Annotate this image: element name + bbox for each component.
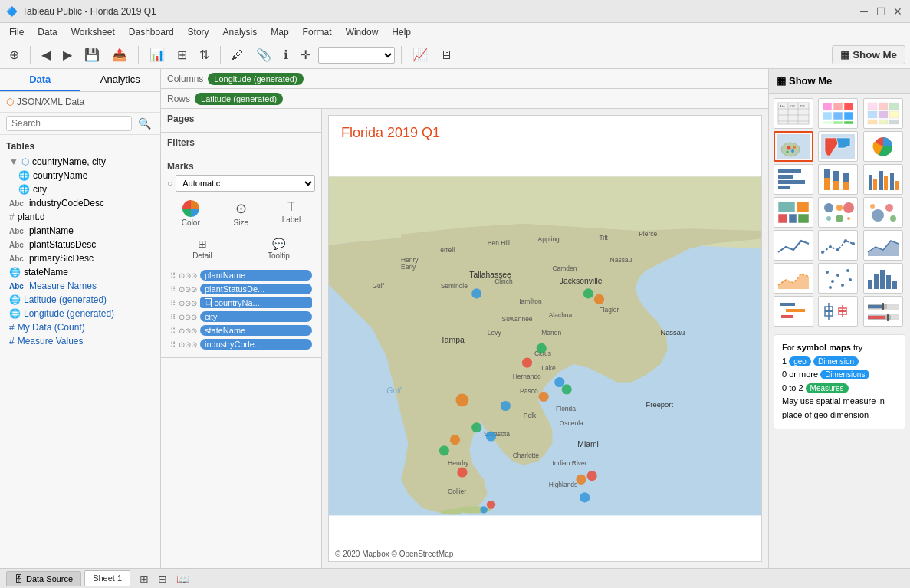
chart-type-btn[interactable]: 📈 — [408, 44, 432, 65]
pointer-button[interactable]: ✛ — [296, 44, 315, 65]
sheet1-tab[interactable]: Sheet 1 — [84, 570, 130, 586]
back-button[interactable]: ◀ — [37, 44, 55, 65]
menu-worksheet[interactable]: Worksheet — [65, 25, 121, 39]
detail-button[interactable]: ⊞ Detail — [189, 234, 216, 264]
chart-bullet[interactable] — [863, 296, 903, 327]
chart-side-bars[interactable] — [863, 164, 903, 195]
forward-button[interactable]: ▶ — [58, 44, 77, 65]
menu-file[interactable]: File — [3, 25, 30, 39]
data-source-tab[interactable]: 🗄 Data Source — [6, 571, 81, 586]
tree-item-measurevalues[interactable]: # Measure Values — [6, 334, 154, 348]
chart-highlight-table[interactable] — [863, 98, 903, 129]
tooltip-button[interactable]: 💬 Tooltip — [264, 234, 294, 264]
size-button[interactable]: ⊙ Size — [229, 196, 251, 231]
tooltip-label: Tooltip — [268, 251, 290, 260]
marks-field-plantname[interactable]: ⠿ ⊙⊙⊙ plantName — [167, 268, 315, 282]
chart-box-whisker[interactable] — [818, 296, 858, 327]
menu-window[interactable]: Window — [340, 25, 385, 39]
chart-histogram[interactable] — [863, 263, 903, 294]
hint-meas-badge: Measures — [806, 383, 849, 393]
rows-pill[interactable]: Latitude (generated) — [195, 93, 283, 105]
tree-item-plantname[interactable]: Abc plantName — [6, 224, 154, 238]
new-story-icon[interactable]: 📖 — [173, 571, 192, 586]
chart-line-disc[interactable] — [818, 230, 858, 261]
keys-2 — [441, 509, 462, 515]
tab-data[interactable]: Data — [0, 69, 80, 91]
chart-horiz-bars[interactable] — [774, 164, 813, 195]
chart-stacked-bars[interactable] — [818, 164, 858, 195]
highlight-button[interactable]: 🖊 — [227, 45, 248, 65]
svg-rect-82 — [892, 281, 897, 289]
svg-rect-55 — [798, 214, 809, 223]
search-input[interactable] — [6, 116, 132, 131]
maximize-button[interactable]: ☐ — [875, 5, 887, 18]
chart-treemap[interactable] — [774, 197, 813, 228]
tree-item-plantd[interactable]: # plant.d — [6, 210, 154, 224]
minimize-button[interactable]: ─ — [858, 5, 870, 18]
tree-item-country-city[interactable]: ▼ ⬡ countryName, city — [6, 155, 154, 169]
point-16 — [439, 445, 449, 455]
show-me-button[interactable]: ▦ Show Me — [832, 45, 905, 64]
nassau-small: Nassau — [610, 256, 632, 264]
marks-field-plantstatus[interactable]: ⠿ ⊙⊙⊙ plantStatusDe... — [167, 282, 315, 296]
chart-text-table[interactable]: Abc 123 456 — [774, 98, 813, 129]
save-button[interactable]: 💾 — [80, 44, 104, 65]
annotate-button[interactable]: 📎 — [251, 44, 276, 65]
tree-item-measurenames[interactable]: Abc Measure Names — [6, 279, 154, 293]
chart-symbol-map[interactable] — [774, 131, 813, 162]
chart-gantt[interactable] — [774, 296, 813, 327]
label-icon: T — [287, 200, 295, 214]
tree-item-city[interactable]: 🌐 city — [6, 182, 154, 196]
tree-item-statename[interactable]: 🌐 stateName — [6, 265, 154, 279]
chart-area-disc[interactable] — [774, 263, 813, 294]
label-button[interactable]: T Label — [278, 196, 304, 231]
marks-field-industry[interactable]: ⠿ ⊙⊙⊙ industryCode... — [167, 337, 315, 351]
tree-item-countryname[interactable]: 🌐 countryName — [6, 169, 154, 182]
tree-item-primarysic[interactable]: Abc primarySicDesc — [6, 251, 154, 265]
menu-help[interactable]: Help — [386, 25, 417, 39]
marks-field-country[interactable]: ⠿ ⊙⊙⊙ □ countryNa... — [167, 296, 315, 310]
close-button[interactable]: ✕ — [892, 5, 904, 18]
chart-bubble[interactable] — [863, 197, 903, 228]
chart-filled-map[interactable] — [818, 131, 858, 162]
tooltip-button[interactable]: ℹ — [279, 44, 293, 65]
menu-dashboard[interactable]: Dashboard — [123, 25, 180, 39]
show-me-label: Show Me — [853, 49, 897, 61]
chart-circle-view[interactable] — [818, 197, 858, 228]
color-button[interactable]: Color — [178, 196, 204, 231]
filters-section: Filters — [161, 133, 321, 156]
marks-type-dropdown[interactable]: Automatic Bar Line Circle Square Shape T… — [176, 175, 315, 192]
present-button[interactable]: 🖥 — [435, 45, 457, 65]
hint-dim-badge: Dimension — [813, 356, 859, 366]
tab-analytics[interactable]: Analytics — [80, 69, 161, 91]
savepub-button[interactable]: 📤 — [107, 44, 132, 65]
chart-line-cont[interactable] — [774, 230, 813, 261]
chart-pie[interactable] — [863, 131, 903, 162]
marks-field-statename[interactable]: ⠿ ⊙⊙⊙ stateName — [167, 324, 315, 337]
tree-item-latitude[interactable]: 🌐 Latitude (generated) — [6, 293, 154, 307]
marks-field-city[interactable]: ⠿ ⊙⊙⊙ city — [167, 310, 315, 324]
chart-scatter[interactable] — [818, 263, 858, 294]
svg-point-68 — [836, 248, 839, 251]
new-button[interactable]: ⊕ — [5, 44, 24, 65]
sort-button[interactable]: ⇅ — [195, 44, 214, 65]
chart-area-cont[interactable] — [863, 230, 903, 261]
menu-data[interactable]: Data — [31, 25, 63, 39]
view-dropdown[interactable] — [318, 47, 395, 64]
map-svg: Gulf Tallahassee Jacksonville Tampa Miam… — [329, 146, 761, 546]
menu-story[interactable]: Story — [182, 25, 215, 39]
tree-item-plantstatus[interactable]: Abc plantStatusDesc — [6, 238, 154, 251]
new-sheet-icon[interactable]: ⊞ — [136, 571, 152, 586]
show-hide-cards[interactable]: 📊 — [145, 44, 169, 65]
flagler-label: Flagler — [600, 306, 619, 314]
fit-button[interactable]: ⊞ — [172, 44, 192, 65]
new-dashboard-icon[interactable]: ⊟ — [155, 571, 170, 586]
menu-format[interactable]: Format — [297, 25, 338, 39]
tree-item-longitude[interactable]: 🌐 Longitude (generated) — [6, 307, 154, 320]
menu-map[interactable]: Map — [264, 25, 294, 39]
tree-item-industrycode[interactable]: Abc industryCodeDesc — [6, 196, 154, 210]
columns-pill[interactable]: Longitude (generated) — [208, 73, 303, 85]
chart-heat-map[interactable] — [818, 98, 858, 129]
menu-analysis[interactable]: Analysis — [217, 25, 264, 39]
tree-item-mydata[interactable]: # My Data (Count) — [6, 320, 154, 334]
